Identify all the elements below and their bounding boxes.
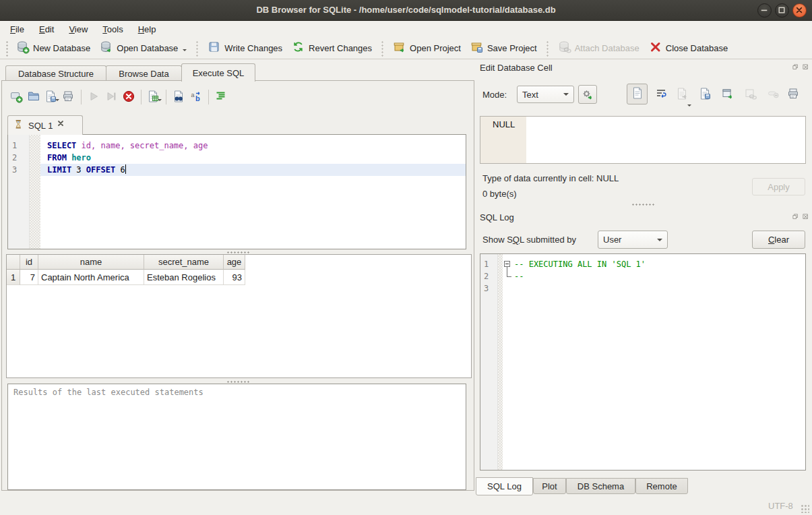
- results-table-body[interactable]: 17Captain North AmericaEsteban Rogelios9…: [7, 270, 471, 285]
- fold-marker[interactable]: [498, 270, 514, 282]
- encoding-status: UTF-8: [768, 501, 793, 511]
- open-sql-file-button[interactable]: [25, 88, 42, 106]
- splitter-handle[interactable]: [480, 202, 806, 208]
- open-database-button[interactable]: Open Database: [95, 38, 191, 58]
- tab-browse-data[interactable]: Browse Data: [106, 65, 182, 81]
- main-toolbar: New DatabaseOpen DatabaseWrite ChangesRe…: [0, 38, 812, 59]
- word-wrap-button[interactable]: [655, 87, 668, 102]
- dropdown-caret-icon: [183, 49, 187, 53]
- open-external-button[interactable]: [721, 87, 735, 102]
- results-table-header[interactable]: idnamesecret_nameage: [7, 255, 471, 270]
- save-project-button[interactable]: Save Project: [466, 38, 542, 58]
- print-data-button[interactable]: [787, 87, 801, 102]
- line-number: 3: [8, 164, 30, 176]
- table-cell[interactable]: 7: [20, 270, 38, 285]
- format-sql-icon: [214, 90, 228, 105]
- maximize-button[interactable]: [775, 3, 789, 18]
- editor-line: 1SELECT id, name, secret_name, age: [8, 140, 466, 152]
- fold-marker[interactable]: [498, 258, 514, 270]
- close-tab-icon[interactable]: [57, 119, 67, 131]
- text-mode-button[interactable]: [627, 84, 648, 104]
- editor-line-text: SELECT id, name, secret_name, age: [40, 140, 466, 152]
- close-database-button[interactable]: Close Database: [644, 38, 733, 58]
- line-number: 2: [480, 270, 498, 282]
- menu-bar: FileEditViewToolsHelp: [0, 20, 812, 38]
- stop-execution-button[interactable]: [120, 88, 137, 106]
- editor-line: 3LIMIT 3 OFFSET 6: [8, 164, 466, 176]
- new-database-button[interactable]: New Database: [11, 38, 95, 58]
- toolbar-separator: [166, 90, 166, 104]
- tab-database-structure[interactable]: Database Structure: [5, 65, 106, 81]
- save-project-icon: [470, 40, 484, 56]
- toolbar-button-label: New Database: [33, 43, 90, 53]
- editor-line-text: FROM hero: [40, 152, 466, 164]
- write-changes-button[interactable]: Write Changes: [203, 38, 287, 58]
- column-header-name[interactable]: name: [38, 255, 144, 270]
- find-in-sql-button[interactable]: [170, 88, 187, 106]
- save-sql-file-button[interactable]: [42, 88, 60, 106]
- table-cell[interactable]: Esteban Rogelios: [144, 270, 224, 285]
- tab-execute-sql[interactable]: Execute SQL: [181, 63, 255, 82]
- sql-editor[interactable]: 1SELECT id, name, secret_name, age2FROM …: [7, 134, 466, 249]
- dock-float-icon[interactable]: [792, 214, 801, 222]
- cell-value-editor[interactable]: NULL: [480, 116, 806, 164]
- word-wrap-icon: [655, 92, 668, 102]
- table-cell[interactable]: Captain North America: [38, 270, 144, 285]
- write-changes-icon: [208, 40, 221, 56]
- dock-tab-db-schema[interactable]: DB Schema: [566, 478, 635, 494]
- mode-label: Mode:: [482, 90, 507, 100]
- print-sql-button[interactable]: [60, 88, 77, 106]
- sql-toolbar: ab: [7, 88, 230, 106]
- menu-tools[interactable]: Tools: [96, 22, 129, 36]
- export-data-button[interactable]: [698, 87, 712, 102]
- row-header[interactable]: 1: [7, 270, 20, 285]
- sql-editor-tab[interactable]: SQL 1: [7, 115, 83, 135]
- column-header-age[interactable]: age: [224, 255, 245, 270]
- find-in-sql-icon: [172, 90, 185, 105]
- dock-tab-plot[interactable]: Plot: [533, 478, 566, 494]
- results-table[interactable]: idnamesecret_nameage 17Captain North Ame…: [6, 254, 472, 378]
- clear-log-button[interactable]: Clear: [752, 231, 805, 249]
- mode-value: Text: [522, 90, 538, 100]
- open-project-button[interactable]: Open Project: [388, 38, 466, 58]
- toolbar-button-label: Write Changes: [224, 43, 282, 53]
- minimize-button[interactable]: [757, 3, 772, 18]
- results-message-area[interactable]: Results of the last executed statements: [7, 384, 466, 490]
- dock-tab-remote[interactable]: Remote: [635, 478, 688, 494]
- auto-switch-mode-button[interactable]: [578, 85, 597, 104]
- autocomplete-button[interactable]: ab: [187, 88, 205, 106]
- menu-edit[interactable]: Edit: [33, 22, 60, 36]
- apply-button[interactable]: Apply: [752, 178, 805, 195]
- menu-view[interactable]: View: [63, 22, 94, 36]
- dock-tab-sql-log[interactable]: SQL Log: [476, 477, 533, 495]
- menu-help[interactable]: Help: [132, 22, 162, 36]
- sql-log-view[interactable]: 1-- EXECUTING ALL IN 'SQL 1'2--3: [480, 253, 806, 471]
- log-line-text: [514, 282, 805, 295]
- chevron-down-icon: [563, 93, 569, 98]
- link-data-button: [744, 87, 757, 102]
- log-filter-select[interactable]: User: [598, 231, 668, 249]
- new-sql-tab-button[interactable]: [7, 88, 25, 106]
- dropdown-caret-icon: [158, 99, 162, 103]
- import-data-icon: [675, 92, 689, 102]
- dock-close-icon[interactable]: [803, 64, 811, 72]
- table-corner-header[interactable]: [7, 255, 20, 270]
- dock-close-icon[interactable]: [803, 214, 811, 222]
- column-header-secret-name[interactable]: secret_name: [144, 255, 224, 270]
- toolbar-drag-handle[interactable]: [5, 40, 9, 57]
- table-cell[interactable]: 93: [224, 270, 245, 285]
- format-sql-button[interactable]: [212, 88, 230, 106]
- toolbar-separator: [195, 40, 199, 57]
- resize-grip[interactable]: [801, 504, 809, 513]
- revert-changes-button[interactable]: Revert Changes: [287, 38, 377, 58]
- menu-file[interactable]: File: [4, 22, 30, 36]
- app-window: { "window": { "title": "DB Browser for S…: [0, 0, 812, 515]
- log-filter-value: User: [603, 235, 621, 245]
- print-sql-icon: [62, 90, 75, 105]
- close-button[interactable]: [792, 3, 807, 18]
- column-header-id[interactable]: id: [20, 255, 38, 270]
- dock-float-icon[interactable]: [792, 64, 801, 72]
- save-results-button[interactable]: [145, 88, 162, 106]
- mode-select[interactable]: Text: [517, 86, 574, 103]
- toolbar-separator: [141, 90, 142, 104]
